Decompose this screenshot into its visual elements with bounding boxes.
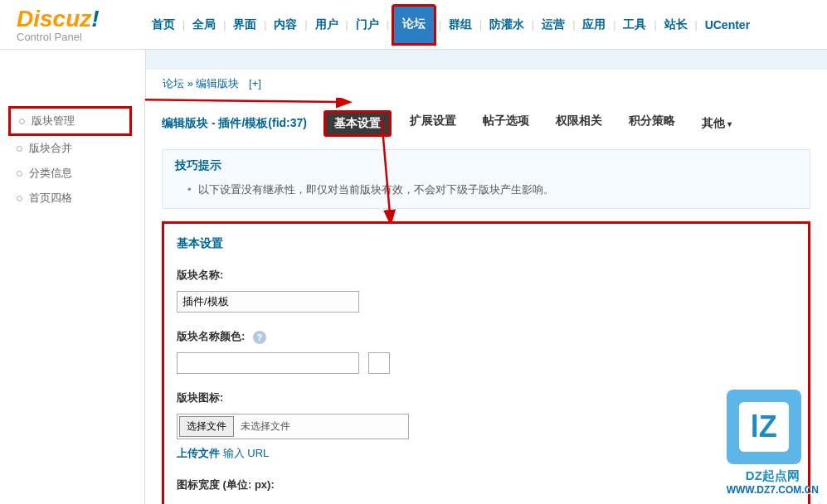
chevron-down-icon: ▾ — [727, 119, 732, 128]
file-input-row: 选择文件 未选择文件 — [177, 414, 409, 439]
sidebar-item-版块管理[interactable]: 版块管理 — [8, 106, 132, 136]
logo: Discuz! Control Panel — [0, 6, 145, 43]
input-url-link[interactable]: 输入 URL — [223, 447, 270, 459]
page-title: 编辑版块 - 插件/模板(fid:37) — [162, 116, 307, 131]
svg-line-1 — [145, 99, 340, 102]
tab-积分策略[interactable]: 积分策略 — [620, 110, 683, 137]
choose-file-button[interactable]: 选择文件 — [179, 416, 234, 437]
label-forum-name: 版块名称: — [177, 268, 795, 283]
tips-item: 以下设置没有继承性，即仅对当前版块有效，不会对下级子版块产生影响。 — [187, 180, 797, 200]
tab-其他[interactable]: 其他▾ — [693, 110, 740, 137]
nav-首页[interactable]: 首页 — [147, 11, 180, 39]
tab-权限相关[interactable]: 权限相关 — [547, 110, 611, 137]
bullet-icon — [19, 119, 25, 124]
bullet-icon — [17, 196, 22, 201]
breadcrumb: 论坛 » 编辑版块 [+] — [145, 70, 827, 98]
input-forum-name[interactable] — [177, 291, 359, 313]
nav-群组[interactable]: 群组 — [444, 11, 477, 39]
watermark: lZ DZ起点网 WWW.DZ7.COM.CN — [727, 390, 819, 496]
nav-界面[interactable]: 界面 — [228, 11, 261, 39]
section-title: 基本设置 — [177, 236, 795, 251]
watermark-logo: lZ — [739, 402, 789, 452]
tabs: 基本设置扩展设置帖子选项权限相关积分策略其他▾ — [324, 110, 740, 137]
main-content: 编辑版块 - 插件/模板(fid:37) 基本设置扩展设置帖子选项权限相关积分策… — [145, 98, 827, 504]
nav-工具[interactable]: 工具 — [618, 11, 651, 39]
form-basic-settings: 基本设置 版块名称: 版块名称颜色: ? 版块图标: 选择文件 未选 — [162, 221, 810, 504]
tab-基本设置[interactable]: 基本设置 — [324, 110, 392, 137]
sidebar: 版块管理版块合并分类信息首页四格 — [0, 98, 145, 504]
nav-门户[interactable]: 门户 — [351, 11, 384, 39]
top-nav: 首页|全局|界面|内容|用户|门户|论坛|群组|防灌水|运营|应用|工具|站长|… — [145, 0, 756, 50]
tips-box: 技巧提示 以下设置没有继承性，即仅对当前版块有效，不会对下级子版块产生影响。 — [162, 149, 810, 209]
nav-论坛[interactable]: 论坛 — [392, 4, 436, 46]
nav-全局[interactable]: 全局 — [187, 11, 221, 39]
label-icon-width: 图标宽度 (单位: px): — [177, 477, 795, 492]
breadcrumb-add[interactable]: [+] — [249, 77, 261, 90]
nav-内容[interactable]: 内容 — [269, 11, 302, 39]
nav-应用[interactable]: 应用 — [577, 11, 611, 39]
nav-UCenter[interactable]: UCenter — [700, 12, 755, 38]
tab-扩展设置[interactable]: 扩展设置 — [401, 110, 465, 137]
bullet-icon — [17, 171, 22, 177]
nav-用户[interactable]: 用户 — [310, 11, 343, 39]
logo-excl: ! — [91, 6, 99, 32]
label-name-color: 版块名称颜色: ? — [177, 329, 795, 344]
sidebar-item-版块合并[interactable]: 版块合并 — [17, 136, 144, 161]
breadcrumb-forum[interactable]: 论坛 — [163, 77, 184, 90]
breadcrumb-current: 编辑版块 — [196, 77, 239, 90]
sidebar-item-首页四格[interactable]: 首页四格 — [17, 186, 144, 211]
help-icon[interactable]: ? — [253, 331, 266, 344]
watermark-text: DZ起点网 — [727, 468, 819, 484]
tips-title: 技巧提示 — [175, 158, 797, 173]
upload-file-link[interactable]: 上传文件 — [177, 447, 220, 459]
color-swatch[interactable] — [368, 352, 390, 374]
nav-防灌水[interactable]: 防灌水 — [484, 11, 529, 39]
nav-站长[interactable]: 站长 — [659, 11, 693, 39]
label-forum-icon: 版块图标: — [177, 390, 795, 405]
watermark-url: WWW.DZ7.COM.CN — [727, 484, 819, 496]
logo-subtitle: Control Panel — [17, 31, 145, 43]
nav-运营[interactable]: 运营 — [537, 11, 570, 39]
top-bar — [145, 50, 827, 70]
sidebar-item-分类信息[interactable]: 分类信息 — [17, 161, 144, 186]
tab-帖子选项[interactable]: 帖子选项 — [474, 110, 538, 137]
file-status-text: 未选择文件 — [236, 419, 290, 434]
input-name-color[interactable] — [177, 352, 359, 374]
bullet-icon — [17, 146, 22, 152]
logo-text: Discuz — [17, 6, 91, 32]
